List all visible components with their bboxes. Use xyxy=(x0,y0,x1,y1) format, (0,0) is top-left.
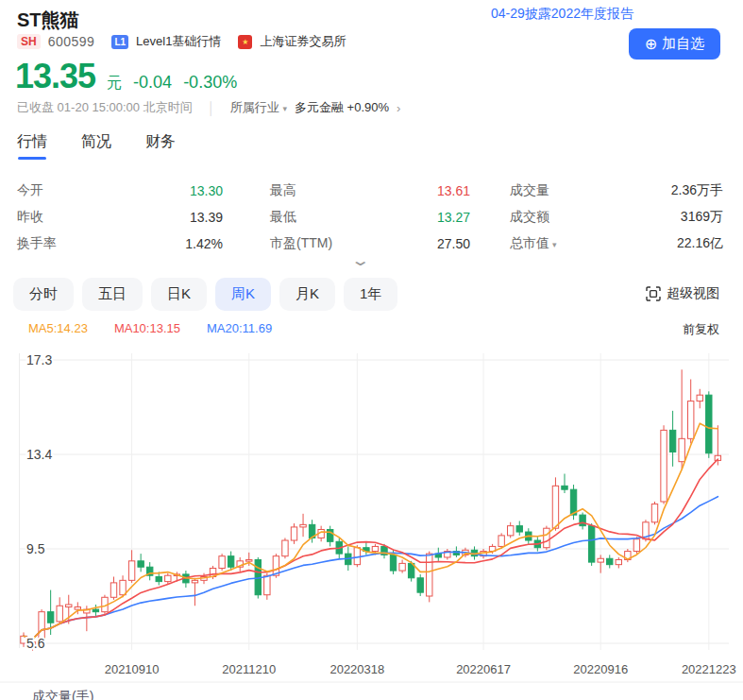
candlestick xyxy=(291,523,296,544)
add-watchlist-label: 加自选 xyxy=(662,35,704,53)
period-tab-one-year[interactable]: 1年 xyxy=(344,278,397,311)
price-adjust-mode[interactable]: 前复权 xyxy=(683,321,719,338)
quote-label: 昨收 xyxy=(17,209,43,226)
y-axis-label: 13.4 xyxy=(26,447,52,462)
market-status: 已收盘 01-20 15:00:00 北京时间 xyxy=(17,99,193,116)
quote-label: 换手率 xyxy=(17,235,57,252)
industry-value-link[interactable]: 多元金融 +0.90% xyxy=(295,99,389,116)
quote-label: 最高 xyxy=(270,182,296,199)
x-axis-label: 20220318 xyxy=(329,662,384,676)
add-watchlist-button[interactable]: ⊕ 加自选 xyxy=(629,28,720,60)
china-flag-icon: ★ xyxy=(238,35,252,49)
weekly-kline-chart[interactable]: 2021091020211210202203182022061720220916… xyxy=(0,346,743,688)
candlestick xyxy=(128,550,134,583)
quote-label: 今开 xyxy=(17,182,43,199)
quote-label[interactable]: 总市值▾ xyxy=(510,235,557,252)
candlestick xyxy=(110,576,116,599)
circle-plus-icon: ⊕ xyxy=(645,37,657,52)
y-axis-label: 17.3 xyxy=(26,352,52,367)
caret-down-icon: ▾ xyxy=(552,240,557,249)
candlestick xyxy=(552,477,558,530)
candlestick xyxy=(625,549,631,562)
quote-row: 最高13.61 xyxy=(270,181,470,199)
volume-pane-label: 成交量(手) xyxy=(32,689,93,700)
scan-frame-icon xyxy=(646,286,661,301)
quote-row: 总市值▾22.16亿 xyxy=(510,234,723,252)
quote-label: 最低 xyxy=(270,209,296,226)
candlestick xyxy=(661,425,667,504)
x-axis-label: 20220916 xyxy=(573,662,628,676)
market-status-row: 已收盘 01-20 15:00:00 北京时间 │ 所属行业 ▾ 多元金融 +0… xyxy=(17,99,400,116)
candlestick xyxy=(580,513,585,530)
period-tab-minute[interactable]: 分时 xyxy=(13,278,74,311)
price-unit: 元 xyxy=(107,74,122,94)
tab-quotes[interactable]: 行情 xyxy=(17,132,47,160)
caret-down-icon: ▾ xyxy=(282,104,287,113)
main-tabs: 行情简况财务 xyxy=(17,132,176,160)
expand-quote-chevron-icon[interactable]: ⌄ xyxy=(350,251,370,269)
candlestick xyxy=(706,391,712,458)
candlestick xyxy=(598,555,603,572)
industry-dropdown[interactable]: 所属行业 ▾ xyxy=(230,99,287,116)
quote-label: 市盈(TTM) xyxy=(270,235,332,252)
candlestick xyxy=(508,522,514,538)
exchange-name: 上海证券交易所 xyxy=(260,33,346,50)
quote-row: 成交量2.36万手 xyxy=(510,181,723,199)
period-tab-bar: 分时五日日K周K月K1年 xyxy=(13,278,397,311)
candlestick xyxy=(562,474,567,494)
x-axis-label: 20220617 xyxy=(456,662,511,676)
quote-label: 成交量 xyxy=(510,182,549,199)
period-tab-week-k[interactable]: 周K xyxy=(215,278,271,311)
quote-row: 换手率1.42% xyxy=(17,234,223,252)
y-axis-label: 5.6 xyxy=(26,636,45,651)
candlestick xyxy=(156,572,161,585)
superview-button[interactable]: 超级视图 xyxy=(646,285,719,302)
quote-value: 13.39 xyxy=(190,210,223,225)
tab-financials[interactable]: 财务 xyxy=(145,132,176,160)
candlestick xyxy=(328,526,333,547)
quote-value: 27.50 xyxy=(437,236,470,251)
candlestick xyxy=(427,552,432,603)
quote-value: 2.36万手 xyxy=(671,182,723,199)
quote-column-3: 成交量2.36万手成交额3169万总市值▾22.16亿 xyxy=(510,181,723,252)
chevron-right-icon[interactable]: › xyxy=(397,101,400,115)
candlestick xyxy=(399,560,405,573)
candlestick xyxy=(445,549,450,560)
quote-column-1: 今开13.30昨收13.39换手率1.42% xyxy=(17,181,223,252)
period-tab-day-k[interactable]: 日K xyxy=(151,278,207,311)
x-axis-label: 20210910 xyxy=(105,662,160,676)
stock-code: 600599 xyxy=(48,34,95,49)
candlestick xyxy=(363,541,369,555)
x-axis-label: 20211210 xyxy=(222,662,276,676)
candlestick xyxy=(588,523,594,566)
quote-value: 3169万 xyxy=(681,209,723,226)
candlestick xyxy=(417,574,423,596)
announcement-link[interactable]: 04-29披露2022年度报告 xyxy=(491,6,633,23)
divider: │ xyxy=(208,101,215,115)
candlestick xyxy=(300,514,306,537)
ma5-legend: MA5:14.23 xyxy=(28,321,88,335)
superview-label: 超级视图 xyxy=(667,285,719,302)
level1-label: Level1基础行情 xyxy=(136,33,221,50)
quote-row: 成交额3169万 xyxy=(510,208,723,226)
candlestick xyxy=(616,557,621,569)
candlestick xyxy=(544,526,549,551)
tab-profile[interactable]: 简况 xyxy=(81,132,111,160)
candlestick xyxy=(165,573,171,585)
last-price: 13.35 xyxy=(15,57,95,96)
candlestick xyxy=(93,605,98,617)
quote-value: 13.61 xyxy=(437,183,470,198)
period-tab-month-k[interactable]: 月K xyxy=(279,278,335,311)
candlestick xyxy=(633,537,639,554)
ma10-legend: MA10:13.15 xyxy=(114,321,180,335)
quote-value: 1.42% xyxy=(185,236,223,251)
y-axis-label: 9.5 xyxy=(26,541,45,556)
level1-badge: L1 xyxy=(111,35,128,49)
candlestick xyxy=(669,411,675,467)
candlestick xyxy=(282,538,288,558)
candlestick xyxy=(607,555,613,568)
candlestick xyxy=(228,552,233,572)
ma-legend: MA5:14.23 MA10:13.15 MA20:11.69 xyxy=(28,321,272,335)
x-axis-label: 20221223 xyxy=(682,662,736,676)
period-tab-five-day[interactable]: 五日 xyxy=(82,278,143,311)
